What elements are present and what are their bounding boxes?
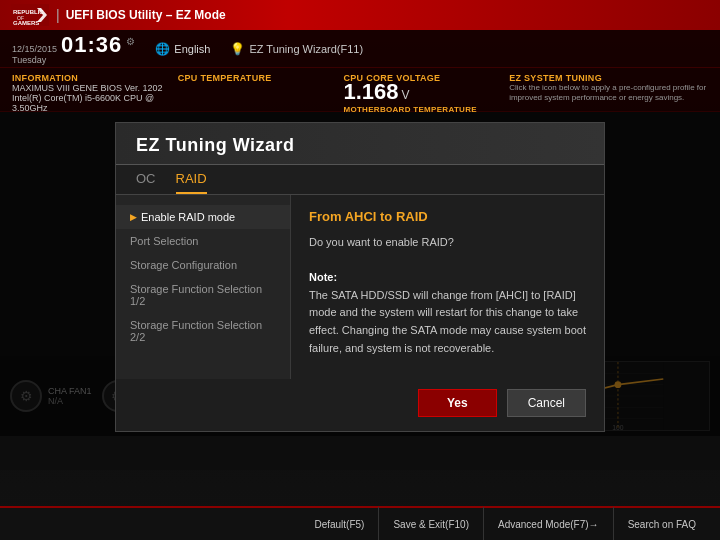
sidebar-item-label-3: Storage Function Selection 1/2 [130, 283, 276, 307]
bios-title: UEFI BIOS Utility – EZ Mode [66, 8, 226, 22]
sidebar-item-label-4: Storage Function Selection 2/2 [130, 319, 276, 343]
ez-system-desc: Click the icon below to apply a pre-conf… [509, 83, 708, 104]
info-col-ez: EZ System Tuning Click the icon below to… [509, 73, 708, 104]
time-display: 01:36 [61, 32, 122, 58]
modal-overlay: EZ Tuning Wizard OC RAID ▶ Enable RAID m… [0, 112, 720, 436]
top-bar: REPUBLIC OF GAMERS | UEFI BIOS Utility –… [0, 0, 720, 30]
info-strip: Information MAXIMUS VIII GENE BIOS Ver. … [0, 68, 720, 112]
content-question: Do you want to enable RAID? [309, 236, 454, 248]
system-line2: Intel(R) Core(TM) i5-6600K CPU @ 3.50GHz [12, 93, 178, 113]
bottom-toolbar: Default(F5) Save & Exit(F10) Advanced Mo… [0, 506, 720, 540]
cpu-voltage-value: 1.168 [343, 81, 398, 103]
yes-button[interactable]: Yes [418, 389, 497, 417]
bulb-icon: 💡 [230, 42, 245, 56]
date-display: 12/15/2015 Tuesday [12, 44, 57, 66]
logo-area: REPUBLIC OF GAMERS | UEFI BIOS Utility –… [10, 3, 226, 27]
content-note-label: Note: [309, 271, 337, 283]
information-label: Information [12, 73, 178, 83]
cpu-voltage-unit: V [402, 88, 410, 102]
advanced-mode-button[interactable]: Advanced Mode(F7)→ [483, 507, 613, 540]
svg-text:GAMERS: GAMERS [13, 20, 39, 26]
divider: | [56, 7, 60, 23]
sidebar-enable-raid[interactable]: ▶ Enable RAID mode [116, 205, 290, 229]
language-selector[interactable]: 🌐 English [155, 42, 210, 56]
default-button[interactable]: Default(F5) [300, 507, 378, 540]
dialog-title: EZ Tuning Wizard [136, 135, 295, 155]
sidebar-storage-func-2[interactable]: Storage Function Selection 2/2 [116, 313, 290, 349]
settings-icon[interactable]: ⚙ [126, 36, 135, 47]
sidebar-item-label-2: Storage Configuration [130, 259, 237, 271]
dialog-sidebar: ▶ Enable RAID mode Port Selection Storag… [116, 195, 291, 379]
rog-logo: REPUBLIC OF GAMERS [10, 3, 50, 27]
content-title: From AHCI to RAID [309, 209, 586, 224]
tab-oc[interactable]: OC [136, 171, 156, 194]
info-col-cpu-voltage: CPU Core Voltage 1.168 V Motherboard Tem… [343, 73, 509, 114]
tab-raid[interactable]: RAID [176, 171, 207, 194]
selected-arrow: ▶ [130, 212, 137, 222]
date-time: 12/15/2015 Tuesday 01:36 ⚙ [12, 32, 135, 66]
save-exit-button[interactable]: Save & Exit(F10) [378, 507, 483, 540]
cancel-button[interactable]: Cancel [507, 389, 586, 417]
info-col-system: Information MAXIMUS VIII GENE BIOS Ver. … [12, 73, 178, 113]
sidebar-storage-func-1[interactable]: Storage Function Selection 1/2 [116, 277, 290, 313]
dialog-tabs: OC RAID [116, 165, 604, 195]
system-line1: MAXIMUS VIII GENE BIOS Ver. 1202 [12, 83, 178, 93]
ez-tuning-dialog: EZ Tuning Wizard OC RAID ▶ Enable RAID m… [115, 122, 605, 432]
ez-wizard-label: EZ Tuning Wizard(F11) [249, 43, 363, 55]
content-note: The SATA HDD/SSD will change from [AHCI]… [309, 289, 586, 354]
info-col-cpu-temp: CPU Temperature [178, 73, 344, 83]
ez-system-label: EZ System Tuning [509, 73, 708, 83]
language-label: English [174, 43, 210, 55]
ez-wizard-link[interactable]: 💡 EZ Tuning Wizard(F11) [230, 42, 363, 56]
dialog-body: ▶ Enable RAID mode Port Selection Storag… [116, 195, 604, 379]
sidebar-item-label-0: Enable RAID mode [141, 211, 235, 223]
header: 12/15/2015 Tuesday 01:36 ⚙ 🌐 English 💡 E… [0, 30, 720, 68]
sidebar-storage-config[interactable]: Storage Configuration [116, 253, 290, 277]
sidebar-item-label-1: Port Selection [130, 235, 198, 247]
dialog-content: From AHCI to RAID Do you want to enable … [291, 195, 604, 379]
globe-icon: 🌐 [155, 42, 170, 56]
search-faq-button[interactable]: Search on FAQ [613, 507, 710, 540]
main-content: ⚙ CHA FAN1 N/A ⚙ CPU OPT FAN N/A ⚙ EXT F… [0, 112, 720, 470]
dialog-header: EZ Tuning Wizard [116, 123, 604, 165]
dialog-buttons: Yes Cancel [116, 379, 604, 431]
sidebar-port-selection[interactable]: Port Selection [116, 229, 290, 253]
content-text: Do you want to enable RAID? Note: The SA… [309, 234, 586, 357]
cpu-temp-label: CPU Temperature [178, 73, 344, 83]
